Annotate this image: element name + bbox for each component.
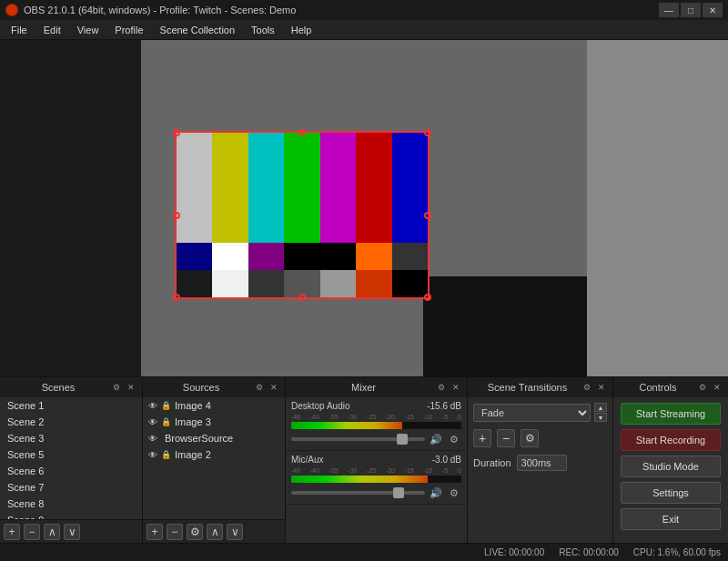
controls-panel-title: Controls	[619, 382, 697, 393]
vu-scale: -46-40-35-30-25-20-15-10-50	[291, 414, 461, 420]
smpte-row2	[177, 243, 428, 270]
scenes-settings-icon[interactable]: ⚙	[111, 382, 122, 393]
handle-tl[interactable]	[173, 129, 180, 136]
studio-mode-button[interactable]: Studio Mode	[621, 456, 721, 477]
source-lock-icon[interactable]: 🔒	[161, 450, 171, 459]
smpte-bar-gray	[177, 133, 212, 243]
exit-button[interactable]: Exit	[621, 508, 721, 530]
controls-close-icon[interactable]: ✕	[712, 382, 723, 393]
scene-item[interactable]: Scene 7	[0, 479, 142, 496]
smpte-bar-magenta	[320, 133, 356, 243]
sources-panel-header: Sources ⚙ ✕	[143, 377, 285, 397]
scenes-remove-button[interactable]: −	[24, 524, 40, 540]
source-item[interactable]: 👁🔒Image 4	[143, 397, 285, 414]
channel-db: -15.6 dB	[427, 401, 461, 411]
sources-panel-icons: ⚙ ✕	[254, 382, 279, 393]
scene-item[interactable]: Scene 2	[0, 414, 142, 430]
transition-updown: ▲ ▼	[594, 403, 607, 422]
menu-item-profile[interactable]: Profile	[107, 23, 150, 37]
handle-bc[interactable]	[298, 294, 306, 301]
sources-footer: + − ⚙ ∧ ∨	[143, 519, 285, 543]
scene-item[interactable]: Scene 8	[0, 496, 142, 512]
duration-input[interactable]	[517, 455, 567, 471]
mixer-panel: Mixer ⚙ ✕ Desktop Audio-15.6 dB-46-40-35…	[286, 377, 468, 543]
scenes-footer: + − ∧ ∨	[0, 519, 142, 543]
window-controls: — □ ✕	[659, 3, 723, 17]
mixer-channel-settings-button[interactable]: ⚙	[447, 486, 461, 500]
transition-add-button[interactable]: +	[473, 429, 491, 447]
menu-item-view[interactable]: View	[70, 23, 106, 37]
menu-item-file[interactable]: File	[4, 23, 35, 37]
minimize-button[interactable]: —	[659, 3, 679, 17]
start-recording-button[interactable]: Start Recording	[621, 429, 721, 451]
source-lock-icon[interactable]: 🔒	[161, 417, 171, 426]
mixer-close-icon[interactable]: ✕	[450, 382, 461, 393]
fader-track[interactable]	[291, 437, 425, 441]
controls-settings-icon[interactable]: ⚙	[697, 382, 708, 393]
transitions-panel-icons: ⚙ ✕	[581, 382, 607, 393]
scene-item[interactable]: Scene 1	[0, 397, 142, 414]
mixer-channels: Desktop Audio-15.6 dB-46-40-35-30-25-20-…	[286, 397, 467, 543]
scenes-down-button[interactable]: ∨	[64, 524, 80, 540]
scene-item[interactable]: Scene 6	[0, 463, 142, 479]
handle-mr[interactable]	[424, 212, 431, 219]
handle-br[interactable]	[424, 294, 431, 301]
source-eye-icon[interactable]: 👁	[148, 450, 157, 460]
handle-bl[interactable]	[173, 294, 180, 301]
mute-button[interactable]: 🔊	[429, 486, 443, 500]
sources-add-button[interactable]: +	[147, 524, 163, 540]
scenes-close-icon[interactable]: ✕	[126, 382, 136, 393]
menu-item-scene-collection[interactable]: Scene Collection	[153, 23, 243, 37]
controls-content: Start Streaming Start Recording Studio M…	[613, 397, 728, 543]
start-streaming-button[interactable]: Start Streaming	[621, 403, 721, 425]
menu-item-help[interactable]: Help	[284, 23, 319, 37]
transition-select[interactable]: Fade Cut Swipe Slide	[473, 404, 591, 422]
transitions-close-icon[interactable]: ✕	[596, 382, 607, 393]
handle-ml[interactable]	[173, 212, 180, 219]
color-bars[interactable]	[175, 131, 430, 299]
smpte-bar-red	[356, 133, 391, 243]
sources-settings-button[interactable]: ⚙	[187, 524, 203, 540]
mute-button[interactable]: 🔊	[429, 432, 443, 446]
source-lock-icon[interactable]: 🔒	[161, 401, 171, 410]
fader-thumb[interactable]	[393, 487, 404, 498]
preview-right-bg	[587, 40, 728, 376]
mixer-settings-icon[interactable]: ⚙	[436, 382, 447, 393]
fader-track[interactable]	[291, 491, 425, 495]
scenes-add-button[interactable]: +	[4, 524, 20, 540]
source-eye-icon[interactable]: 👁	[148, 417, 157, 427]
scene-item[interactable]: Scene 3	[0, 430, 142, 446]
mixer-channel-settings-button[interactable]: ⚙	[447, 432, 461, 446]
transition-select-row: Fade Cut Swipe Slide ▲ ▼	[473, 403, 607, 422]
sources-close-icon[interactable]: ✕	[268, 382, 279, 393]
scene-item[interactable]: Scene 5	[0, 446, 142, 463]
close-button[interactable]: ✕	[703, 3, 723, 17]
source-eye-icon[interactable]: 👁	[148, 401, 157, 411]
transition-remove-button[interactable]: −	[497, 429, 515, 447]
fader-thumb[interactable]	[397, 434, 408, 445]
smpte-bar-yellow	[212, 133, 248, 243]
handle-tr[interactable]	[424, 129, 431, 136]
scenes-up-button[interactable]: ∧	[44, 524, 60, 540]
sources-settings-icon[interactable]: ⚙	[254, 382, 265, 393]
bottom-panels: Scenes ⚙ ✕ Scene 1Scene 2Scene 3Scene 5S…	[0, 376, 728, 543]
source-item[interactable]: 👁🔒Image 3	[143, 414, 285, 430]
handle-tc[interactable]	[298, 129, 306, 136]
menu-item-edit[interactable]: Edit	[36, 23, 68, 37]
sources-panel: Sources ⚙ ✕ 👁🔒Image 4👁🔒Image 3👁BrowserSo…	[143, 377, 286, 543]
sources-remove-button[interactable]: −	[167, 524, 183, 540]
maximize-button[interactable]: □	[681, 3, 701, 17]
source-item[interactable]: 👁BrowserSource	[143, 430, 285, 446]
scene-item[interactable]: Scene 9	[0, 512, 142, 519]
transition-up-button[interactable]: ▲	[594, 403, 607, 412]
settings-button[interactable]: Settings	[621, 482, 721, 504]
menu-item-tools[interactable]: Tools	[244, 23, 282, 37]
transition-down-button[interactable]: ▼	[594, 413, 607, 422]
sources-up-button[interactable]: ∧	[207, 524, 223, 540]
transitions-settings-icon[interactable]: ⚙	[581, 382, 592, 393]
source-name: BrowserSource	[165, 433, 233, 444]
source-item[interactable]: 👁🔒Image 2	[143, 446, 285, 463]
sources-down-button[interactable]: ∨	[227, 524, 243, 540]
transition-gear-button[interactable]: ⚙	[521, 429, 539, 447]
source-eye-icon[interactable]: 👁	[148, 434, 157, 444]
